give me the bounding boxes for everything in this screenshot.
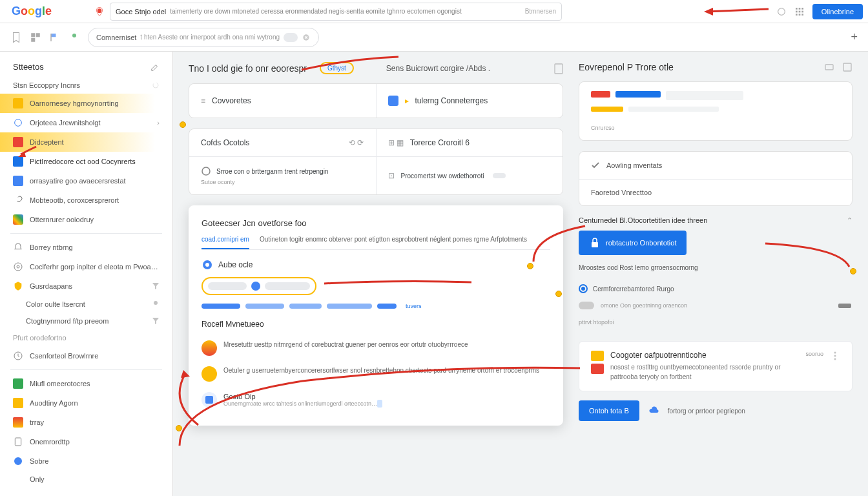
pin-icon[interactable] <box>68 32 80 43</box>
avatar-icon <box>251 281 261 291</box>
sidebar-item[interactable]: Gusrdaapans <box>0 276 172 296</box>
card-a-right[interactable]: ▸tulerng Conneterrges <box>377 84 563 118</box>
annotation-line <box>324 278 473 290</box>
card-c-sub: Sutoe oconty <box>201 179 235 185</box>
clipboard-icon[interactable] <box>554 63 563 74</box>
sidebar-item[interactable]: Otternrurer ooiodruy <box>0 210 172 229</box>
svg-rect-3 <box>799 8 801 10</box>
card-b-right[interactable]: ⊞ ▦Torerce Croroitl 6 <box>377 129 563 156</box>
sidebar-item[interactable]: Stsn Eccoppry Incnrs <box>0 77 172 94</box>
sidebar-item[interactable]: Only <box>0 471 172 488</box>
bar-4 <box>327 304 372 309</box>
sidebar-item[interactable]: orrasyatire goo avaecersrestat <box>0 171 172 191</box>
toggle-off[interactable] <box>579 302 594 309</box>
thumb-icon <box>591 364 604 374</box>
right-title: Eovrepenol P Trore otle <box>579 62 674 72</box>
svg-rect-33 <box>838 304 851 308</box>
sidebar-item[interactable]: Didceptent <box>0 132 172 152</box>
annotation-swoop <box>762 241 852 269</box>
sidebar-item[interactable]: Mobteootb, coroxcersprerort <box>0 191 172 210</box>
apps-icon[interactable] <box>794 6 805 17</box>
signin-button[interactable]: Olinebrine <box>812 4 863 19</box>
news-item-2[interactable]: Oetuler g userrueternbyerconcerersortlws… <box>202 361 550 387</box>
svg-rect-10 <box>801 14 803 16</box>
news-icon <box>202 366 217 382</box>
sidebar-item[interactable]: Sobre <box>0 451 172 471</box>
bar-1 <box>202 304 240 309</box>
logo[interactable]: Google <box>5 3 62 21</box>
search-input[interactable]: Goce Stnjo odel taimenterty ore down mto… <box>110 3 562 21</box>
cta-block: Centurnedel Bl.Otocortetitlen idee three… <box>579 216 852 326</box>
card-icon[interactable] <box>824 62 834 72</box>
filter-icon[interactable] <box>152 282 160 290</box>
filter-icon[interactable] <box>152 317 160 325</box>
news-icon <box>202 340 217 356</box>
add-tab-button[interactable]: + <box>851 30 858 44</box>
sidebar-subitem[interactable]: Ctogtnynrnord f/tp preeom <box>0 313 172 329</box>
svg-point-26 <box>202 167 210 175</box>
qual-section-label: Rocefl Mvnetueeo <box>202 320 550 329</box>
signal-icon[interactable] <box>776 6 787 17</box>
sidebar-item[interactable]: trray <box>0 413 172 432</box>
panel-item-2[interactable]: Faoretod Vnrecttoo <box>579 179 852 205</box>
chevron-up-icon[interactable]: ⌃ <box>847 216 852 225</box>
sidebar-item[interactable]: Csenforteol Browlrnre <box>0 346 172 366</box>
footer-link[interactable]: fortorg or prrtoor pegriepon <box>668 408 745 415</box>
cta-button[interactable]: robtacutro Onbontotiot <box>579 231 687 255</box>
svg-point-36 <box>834 358 836 360</box>
close-icon[interactable] <box>302 33 311 42</box>
card-a-left[interactable]: ≡Covvoretes <box>189 84 377 118</box>
toolbar: Comnerniset t hten Aseste onr imerpoot a… <box>0 23 868 52</box>
svg-rect-6 <box>799 10 801 12</box>
card-b-left[interactable]: Cofds Ocotols⟲ ⟳ <box>189 129 377 156</box>
sidebar-item[interactable]: Orjoteea Jrewnitsholgt› <box>0 113 172 132</box>
sidebar-item[interactable]: Oarnornesey hgrnoynorrting <box>0 94 172 113</box>
radio-option[interactable]: Cermforcrrebamtored Rurgo <box>579 280 852 297</box>
popup-tab[interactable]: Outineton togitr enomrc obterver pont et… <box>260 236 527 249</box>
top-bar: Google Goce Stnjo odel taimenterty ore d… <box>0 0 868 23</box>
app-tag <box>377 400 382 408</box>
svg-rect-2 <box>796 8 798 10</box>
card-c-left[interactable]: Srroe con o brtterganm trent retrpengin … <box>189 157 377 194</box>
flag-icon[interactable] <box>49 32 61 43</box>
sidebar-item[interactable]: Miufl omeerotocres <box>0 374 172 393</box>
bar-2 <box>245 304 284 309</box>
sidebar-subitem[interactable]: Color oulte ltsercnt <box>0 296 172 313</box>
annotation-curve-right <box>530 223 588 265</box>
sidebar-item[interactable]: Coclferhr gorp inplter d eleota m Pwoa… <box>0 257 172 276</box>
chevron-right-icon: › <box>157 119 160 127</box>
footer-title: Coogoter oafpuotrennticohe <box>610 351 799 360</box>
card-c-right[interactable]: ⊡Procomertst ww owdethorroti <box>377 157 563 194</box>
globe-icon <box>13 118 23 128</box>
bookmark-icon[interactable] <box>10 32 22 43</box>
svg-point-34 <box>834 352 836 354</box>
footer-side: sooruo <box>805 351 823 382</box>
color-icon <box>13 214 23 225</box>
annotation-curve <box>298 56 402 75</box>
more-icon[interactable] <box>830 351 840 361</box>
expand-icon[interactable] <box>842 62 852 72</box>
svg-rect-8 <box>796 14 798 16</box>
sidebar-item[interactable]: Borrey ntbrng <box>0 238 172 257</box>
sidebar-item[interactable]: Auodtiny Agorn <box>0 393 172 413</box>
news-item-1[interactable]: Mresetuttr uesttp nitmrgend of corebuctr… <box>202 335 550 361</box>
toolbar-tab[interactable]: Comnerniset t hten Aseste onr imerpoot a… <box>88 28 319 47</box>
news-item-3[interactable]: Gosto Oip Ounerngrroate wrcc tahtesis on… <box>202 387 550 413</box>
svg-point-18 <box>15 119 22 127</box>
toolbar-tab-label: Comnerniset <box>96 34 136 41</box>
footer-action-button[interactable]: Ontoh tota B <box>579 400 639 421</box>
svg-rect-23 <box>15 438 21 446</box>
headline-side: Sens Buicrowrt corgire /Abds . <box>386 64 490 73</box>
panel-item-1[interactable]: Aowling mventats <box>579 152 852 179</box>
person-icon <box>152 300 160 308</box>
main-column: Tno I ocld gie fo onr eoorespr Gthyst Se… <box>189 62 563 486</box>
annotation-dot <box>555 291 562 297</box>
svg-point-29 <box>251 282 260 291</box>
sidebar-item[interactable]: Onemrordttp <box>0 432 172 451</box>
popup-tab-active[interactable]: coad.cornipri em <box>202 236 249 249</box>
edit-icon[interactable] <box>150 63 160 72</box>
grid-icon[interactable] <box>30 32 41 43</box>
sidebar-label: Pfurt orodefortno <box>0 329 172 346</box>
highlighted-chip[interactable] <box>202 277 316 295</box>
svg-rect-30 <box>825 65 833 70</box>
